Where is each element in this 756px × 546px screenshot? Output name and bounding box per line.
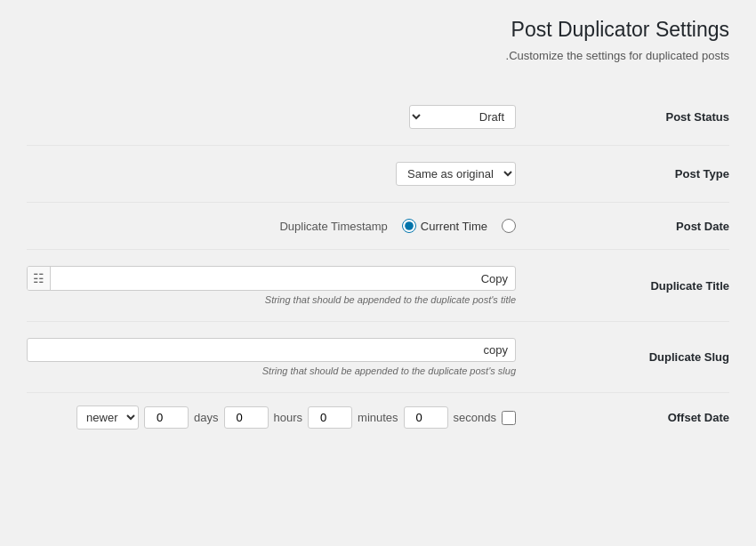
original-date-radio-label[interactable] [502,219,516,233]
post-type-control-cell: Same as original Post Page [27,146,534,203]
page-subtitle: .Customize the settings for duplicated p… [27,49,729,62]
title-icon: ☷ [28,267,51,290]
offset-date-row: newer older days hours minutes seconds O… [27,393,729,443]
duplicate-slug-control-cell: String that should be appended to the du… [27,322,534,393]
post-status-row: Draft Published Pending Private Post Sta… [27,89,729,146]
offset-date-checkbox[interactable] [502,411,516,425]
duplicate-slug-input[interactable] [27,338,516,362]
newer-older-select[interactable]: newer older [76,405,139,430]
current-time-text: Current Time [421,220,487,233]
hours-input[interactable] [224,406,269,429]
post-type-label: Post Type [569,146,729,203]
duplicate-slug-label: Duplicate Slug [569,322,729,393]
offset-date-controls: newer older days hours minutes seconds [27,405,516,430]
minutes-input[interactable] [308,406,352,429]
current-time-radio[interactable] [402,219,416,233]
post-date-control-cell: Duplicate Timestamp Current Time [27,203,534,250]
duplicate-timestamp-label: Duplicate Timestamp [279,220,387,233]
post-date-label: Post Date [569,203,729,250]
duplicate-title-control-cell: ☷ String that should be appended to the … [27,250,534,322]
duplicate-slug-hint: String that should be appended to the du… [27,365,516,376]
post-status-select[interactable]: Draft Published Pending Private [409,105,516,129]
settings-table: Draft Published Pending Private Post Sta… [27,89,729,442]
duplicate-title-row: ☷ String that should be appended to the … [27,250,729,322]
seconds-input[interactable] [404,406,448,429]
days-input[interactable] [144,406,189,429]
post-type-select[interactable]: Same as original Post Page [396,162,516,186]
post-status-label: Post Status [569,89,729,146]
settings-page: Post Duplicator Settings .Customize the … [0,0,756,460]
current-time-radio-label[interactable]: Current Time [402,219,487,233]
hours-label: hours [274,411,303,424]
duplicate-title-input[interactable] [51,268,515,290]
minutes-label: minutes [358,411,398,424]
original-date-radio[interactable] [502,219,516,233]
post-type-row: Same as original Post Page Post Type [27,146,729,203]
duplicate-slug-row: String that should be appended to the du… [27,322,729,393]
duplicate-title-hint: String that should be appended to the du… [27,294,516,305]
post-status-control-cell: Draft Published Pending Private [27,89,534,146]
post-date-radio-group: Duplicate Timestamp Current Time [27,219,516,233]
offset-date-control-cell: newer older days hours minutes seconds [27,393,534,443]
page-title: Post Duplicator Settings [27,18,729,42]
post-date-row: Duplicate Timestamp Current Time Post Da… [27,203,729,250]
seconds-label: seconds [454,411,496,424]
duplicate-title-input-wrapper: ☷ [27,266,516,291]
duplicate-title-label: Duplicate Title [569,250,729,322]
offset-date-label: Offset Date [569,393,729,443]
days-label: days [194,411,218,424]
